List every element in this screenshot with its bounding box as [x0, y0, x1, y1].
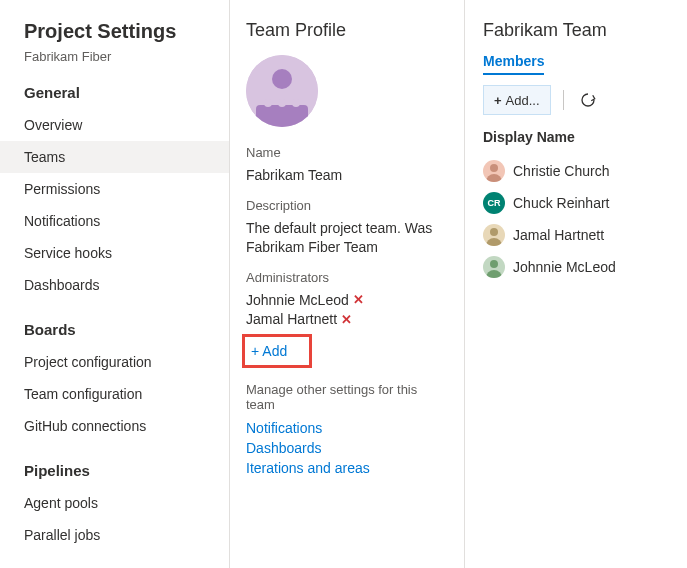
manage-settings-label: Manage other settings for this team [246, 382, 448, 412]
group-pipelines: Pipelines [0, 456, 229, 487]
nav-team-config[interactable]: Team configuration [0, 378, 229, 410]
link-iterations-areas[interactable]: Iterations and areas [246, 458, 448, 478]
add-admin-highlight: + Add [242, 334, 312, 368]
group-general: General [0, 78, 229, 109]
remove-admin-icon[interactable]: ✕ [353, 291, 364, 309]
svg-point-3 [278, 99, 286, 107]
sidebar-title: Project Settings [0, 20, 229, 49]
avatar [483, 224, 505, 246]
nav-github-conn[interactable]: GitHub connections [0, 410, 229, 442]
settings-sidebar: Project Settings Fabrikam Fiber General … [0, 0, 230, 568]
plus-icon: + [494, 93, 502, 108]
member-row[interactable]: Jamal Hartnett [483, 219, 671, 251]
tab-members[interactable]: Members [483, 53, 544, 75]
add-member-button[interactable]: + Add... [483, 85, 551, 115]
admin-row: Jamal Hartnett ✕ [246, 310, 448, 330]
member-row[interactable]: Christie Church [483, 155, 671, 187]
avatar: CR [483, 192, 505, 214]
member-name: Chuck Reinhart [513, 195, 610, 211]
add-member-label: Add... [506, 93, 540, 108]
name-label: Name [246, 145, 448, 160]
member-row[interactable]: Johnnie McLeod [483, 251, 671, 283]
team-avatar-icon [246, 55, 318, 127]
description-label: Description [246, 198, 448, 213]
team-profile-heading: Team Profile [246, 20, 448, 41]
svg-point-7 [490, 260, 498, 268]
link-notifications[interactable]: Notifications [246, 418, 448, 438]
admin-row: Johnnie McLeod ✕ [246, 291, 448, 311]
name-value: Fabrikam Team [246, 166, 448, 186]
description-value: The default project team. Was Fabrikam F… [246, 219, 448, 258]
toolbar-separator [563, 90, 564, 110]
avatar [483, 160, 505, 182]
nav-agent-pools[interactable]: Agent pools [0, 487, 229, 519]
link-dashboards[interactable]: Dashboards [246, 438, 448, 458]
nav-teams[interactable]: Teams [0, 141, 229, 173]
sidebar-subtitle: Fabrikam Fiber [0, 49, 229, 78]
svg-point-5 [490, 164, 498, 172]
svg-point-6 [490, 228, 498, 236]
refresh-icon [580, 92, 596, 108]
nav-permissions[interactable]: Permissions [0, 173, 229, 205]
team-profile-panel: Team Profile Name Fabrikam Team Descript… [230, 0, 465, 568]
nav-dashboards[interactable]: Dashboards [0, 269, 229, 301]
members-toolbar: + Add... [483, 85, 671, 115]
nav-parallel-jobs[interactable]: Parallel jobs [0, 519, 229, 551]
add-admin-link[interactable]: + Add [251, 343, 287, 359]
nav-project-config[interactable]: Project configuration [0, 346, 229, 378]
admin-name: Jamal Hartnett [246, 310, 337, 330]
column-display-name: Display Name [483, 129, 671, 145]
avatar-initials: CR [488, 198, 501, 208]
refresh-button[interactable] [576, 88, 600, 112]
svg-point-1 [272, 69, 292, 89]
admin-name: Johnnie McLeod [246, 291, 349, 311]
svg-point-4 [292, 99, 300, 107]
administrators-label: Administrators [246, 270, 448, 285]
member-row[interactable]: CR Chuck Reinhart [483, 187, 671, 219]
member-name: Johnnie McLeod [513, 259, 616, 275]
member-name: Christie Church [513, 163, 609, 179]
nav-notifications[interactable]: Notifications [0, 205, 229, 237]
member-name: Jamal Hartnett [513, 227, 604, 243]
avatar [483, 256, 505, 278]
group-boards: Boards [0, 315, 229, 346]
svg-point-2 [264, 99, 272, 107]
nav-overview[interactable]: Overview [0, 109, 229, 141]
team-name-heading: Fabrikam Team [483, 20, 671, 41]
nav-service-hooks[interactable]: Service hooks [0, 237, 229, 269]
members-panel: Fabrikam Team Members + Add... Display N… [465, 0, 687, 568]
remove-admin-icon[interactable]: ✕ [341, 311, 352, 329]
